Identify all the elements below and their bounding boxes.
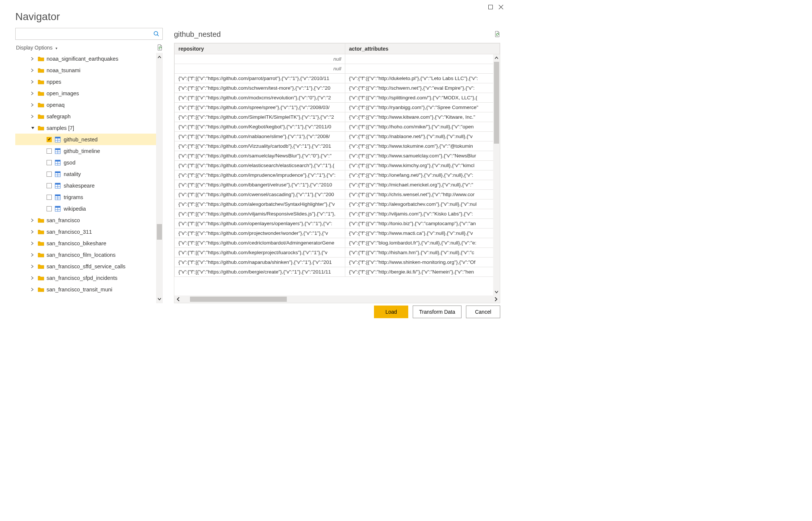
table-row[interactable]: {"v":{"f":[{"v":"https://github.com/samu… (175, 151, 500, 161)
tree-folder[interactable]: safegraph (15, 111, 163, 122)
tree-item-checkbox[interactable] (47, 195, 52, 200)
tree-folder[interactable]: san_francisco_bikeshare (15, 237, 163, 249)
tree-item-label: noaa_tsunami (47, 67, 80, 73)
caret-right-icon[interactable] (31, 92, 36, 95)
tree-item-label: san_francisco_311 (47, 229, 92, 235)
caret-right-icon[interactable] (31, 288, 36, 291)
table-row[interactable]: {"v":{"f":[{"v":"https://github.com/vilj… (175, 209, 500, 219)
scroll-up-icon[interactable] (493, 54, 500, 62)
table-row[interactable]: {"v":{"f":[{"v":"https://github.com/proj… (175, 228, 500, 238)
cell-repository: {"v":{"f":[{"v":"https://github.com/Kegb… (175, 122, 345, 132)
load-button[interactable]: Load (374, 306, 408, 318)
tree-table-item[interactable]: ▷trigrams (15, 191, 163, 203)
table-row[interactable]: {"v":{"f":[{"v":"https://github.com/napa… (175, 258, 500, 267)
caret-right-icon[interactable] (31, 68, 36, 72)
scroll-up-icon[interactable] (156, 53, 163, 62)
caret-right-icon[interactable] (31, 80, 36, 84)
tree-item-checkbox[interactable] (47, 172, 52, 177)
tree-item-checkbox[interactable] (47, 206, 52, 211)
tree-folder[interactable]: open_images (15, 87, 163, 99)
caret-right-icon[interactable] (31, 57, 36, 61)
table-row[interactable]: {"v":{"f":[{"v":"https://github.com/cedr… (175, 238, 500, 248)
tree-table-item[interactable]: ▷shakespeare (15, 180, 163, 191)
scroll-down-icon[interactable] (493, 288, 500, 295)
caret-right-icon[interactable] (31, 103, 36, 107)
grid-vertical-scrollbar[interactable] (493, 54, 500, 295)
navigator-tree[interactable]: noaa_significant_earthquakesnoaa_tsunami… (15, 53, 163, 303)
search-box[interactable] (15, 28, 163, 40)
caret-right-icon[interactable] (31, 230, 36, 234)
tree-folder[interactable]: san_francisco_sffd_service_calls (15, 260, 163, 272)
table-row[interactable]: null (175, 64, 500, 74)
tree-folder[interactable]: noaa_significant_earthquakes (15, 53, 163, 64)
search-input[interactable] (16, 31, 150, 37)
tree-folder[interactable]: samples [7] (15, 122, 163, 134)
tree-folder[interactable]: san_francisco_transit_muni (15, 284, 163, 295)
table-row[interactable]: {"v":{"f":[{"v":"https://github.com/bban… (175, 180, 500, 190)
tree-item-checkbox[interactable] (47, 183, 52, 188)
table-row[interactable]: {"v":{"f":[{"v":"https://github.com/schw… (175, 83, 500, 93)
cell-repository: {"v":{"f":[{"v":"https://github.com/alex… (175, 199, 345, 209)
transform-data-button[interactable]: Transform Data (413, 306, 461, 318)
table-row[interactable]: null (175, 54, 500, 64)
scroll-thumb[interactable] (157, 224, 162, 240)
column-header-actor-attributes[interactable]: actor_attributes (345, 44, 500, 54)
table-row[interactable]: {"v":{"f":[{"v":"https://github.com/Vizz… (175, 141, 500, 151)
table-row[interactable]: {"v":{"f":[{"v":"https://github.com/nabl… (175, 132, 500, 141)
tree-folder[interactable]: openaq (15, 99, 163, 111)
column-header-repository[interactable]: repository (175, 44, 345, 54)
tree-table-item[interactable]: ▷✓github_nested (15, 134, 163, 145)
tree-folder[interactable]: san_francisco (15, 214, 163, 226)
tree-scrollbar[interactable] (156, 53, 163, 303)
cell-actor-attributes: {"v":{"f":[{"v":"http://michael.merickel… (345, 180, 500, 190)
tree-item-label: noaa_significant_earthquakes (47, 56, 118, 62)
table-row[interactable]: {"v":{"f":[{"v":"https://github.com/spre… (175, 103, 500, 112)
table-row[interactable]: {"v":{"f":[{"v":"https://github.com/Kegb… (175, 122, 500, 132)
table-row[interactable]: {"v":{"f":[{"v":"https://github.com/berg… (175, 267, 500, 277)
caret-right-icon[interactable] (31, 242, 36, 245)
tree-item-checkbox[interactable] (47, 160, 52, 165)
scroll-thumb[interactable] (494, 62, 499, 144)
table-row[interactable]: {"v":{"f":[{"v":"https://github.com/cwen… (175, 190, 500, 199)
caret-right-icon[interactable] (31, 265, 36, 268)
tree-table-item[interactable]: ▷wikipedia (15, 203, 163, 214)
table-row[interactable]: {"v":{"f":[{"v":"https://github.com/impr… (175, 170, 500, 180)
cell-actor-attributes: {"v":{"f":[{"v":"http://tonio.biz"},{"v"… (345, 219, 500, 228)
caret-right-icon[interactable] (31, 276, 36, 280)
caret-right-icon[interactable] (31, 253, 36, 257)
table-row[interactable]: {"v":{"f":[{"v":"https://github.com/parr… (175, 74, 500, 83)
tree-folder[interactable]: noaa_tsunami (15, 64, 163, 76)
table-row[interactable]: {"v":{"f":[{"v":"https://github.com/modx… (175, 93, 500, 103)
cell-repository: {"v":{"f":[{"v":"https://github.com/berg… (175, 267, 345, 277)
svg-point-3 (154, 32, 158, 35)
tree-table-item[interactable]: ▷gsod (15, 157, 163, 168)
tree-item-checkbox[interactable] (47, 148, 52, 154)
tree-folder[interactable]: san_francisco_sfpd_incidents (15, 272, 163, 284)
table-row[interactable]: {"v":{"f":[{"v":"https://github.com/Simp… (175, 112, 500, 122)
table-row[interactable]: {"v":{"f":[{"v":"https://github.com/elas… (175, 161, 500, 170)
tree-item-label: samples [7] (47, 125, 74, 131)
tree-folder[interactable]: san_francisco_311 (15, 226, 163, 237)
table-row[interactable]: {"v":{"f":[{"v":"https://github.com/open… (175, 219, 500, 228)
display-options-dropdown[interactable]: Display Options ▾ (16, 45, 57, 51)
maximize-icon[interactable] (487, 3, 494, 11)
tree-table-item[interactable]: ▷github_timeline (15, 145, 163, 157)
tree-item-label: san_francisco_film_locations (47, 252, 115, 258)
caret-right-icon[interactable] (31, 115, 36, 118)
tree-table-item[interactable]: ▷natality (15, 168, 163, 180)
cell-actor-attributes: {"v":{"f":[{"v":"http://hoho.com/mike/"}… (345, 122, 500, 132)
tree-item-label: safegraph (47, 114, 71, 119)
table-row[interactable]: {"v":{"f":[{"v":"https://github.com/kepl… (175, 248, 500, 258)
cell-repository: {"v":{"f":[{"v":"https://github.com/elas… (175, 161, 345, 170)
cancel-button[interactable]: Cancel (466, 306, 500, 318)
refresh-preview-icon[interactable] (157, 44, 163, 51)
tree-folder[interactable]: nppes (15, 76, 163, 87)
tree-folder[interactable]: san_francisco_film_locations (15, 249, 163, 260)
table-row[interactable]: {"v":{"f":[{"v":"https://github.com/alex… (175, 199, 500, 209)
refresh-data-icon[interactable] (494, 31, 500, 38)
caret-right-icon[interactable] (31, 218, 36, 222)
close-icon[interactable] (497, 3, 505, 11)
search-icon[interactable] (150, 31, 162, 37)
caret-down-icon[interactable] (31, 127, 36, 130)
tree-item-checkbox[interactable]: ✓ (47, 137, 52, 142)
